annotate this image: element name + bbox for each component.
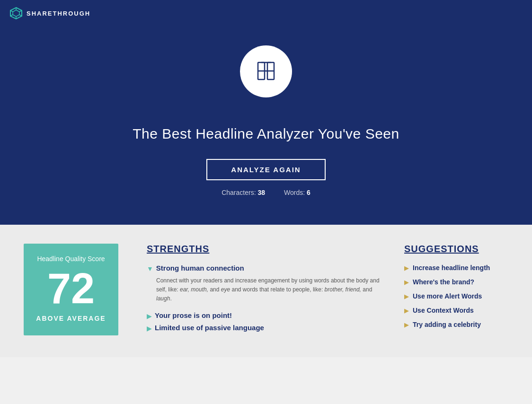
chevron-right-icon-2: ▶ xyxy=(147,325,152,332)
hero-icon-clean xyxy=(252,58,280,85)
main-strength-title: Strong human connection xyxy=(156,264,244,272)
suggestions-section: SUGGESTIONS ▶ Increase headline length ▶… xyxy=(404,244,508,338)
header: SHARETHROUGH xyxy=(0,0,532,26)
suggestion-arrow-icon-2: ▶ xyxy=(404,293,409,300)
suggestion-label-0: Increase headline length xyxy=(413,264,490,272)
chevron-down-icon: ▼ xyxy=(147,265,153,272)
suggestion-item-0[interactable]: ▶ Increase headline length xyxy=(404,264,508,272)
strength-prose-label: Your prose is on point! xyxy=(155,311,232,319)
hero-title: The Best Headline Analyzer You've Seen xyxy=(133,126,399,142)
suggestion-item-1[interactable]: ▶ Where's the brand? xyxy=(404,278,508,286)
suggestion-label-4: Try adding a celebrity xyxy=(413,321,481,328)
words-stat: Words: 6 xyxy=(284,189,310,196)
suggestion-arrow-icon-1: ▶ xyxy=(404,279,409,286)
hero-stats: Characters: 38 Words: 6 xyxy=(222,189,310,196)
score-label: Headline Quality Score xyxy=(33,255,109,263)
strengths-title: STRENGTHS xyxy=(147,244,385,255)
logo-container: SHARETHROUGH xyxy=(9,7,90,20)
hero-section: The Best Headline Analyzer You've Seen A… xyxy=(0,26,532,225)
svg-marker-1 xyxy=(13,10,19,17)
suggestion-item-2[interactable]: ▶ Use more Alert Words xyxy=(404,292,508,300)
score-rating: ABOVE AVERAGE xyxy=(33,315,109,322)
bottom-section: Headline Quality Score 72 ABOVE AVERAGE … xyxy=(0,225,532,357)
logo-text: SHARETHROUGH xyxy=(27,10,90,17)
analyze-again-button[interactable]: ANALYZE AGAIN xyxy=(206,159,325,180)
strength-item-passive: ▶ Limited use of passive language xyxy=(147,324,385,332)
characters-stat: Characters: 38 xyxy=(222,189,265,196)
strength-item-prose: ▶ Your prose is on point! xyxy=(147,311,385,320)
suggestion-arrow-icon-4: ▶ xyxy=(404,321,409,328)
suggestion-label-2: Use more Alert Words xyxy=(413,292,482,300)
hero-logo-circle xyxy=(240,45,292,97)
suggestion-item-3[interactable]: ▶ Use Context Words xyxy=(404,307,508,314)
suggestion-item-4[interactable]: ▶ Try adding a celebrity xyxy=(404,321,508,328)
sharethrough-logo-icon xyxy=(9,7,23,20)
suggestion-label-1: Where's the brand? xyxy=(413,278,474,286)
suggestion-arrow-icon-0: ▶ xyxy=(404,264,409,272)
strengths-section: STRENGTHS ▼ Strong human connection Conn… xyxy=(128,244,404,338)
strength-passive-label: Limited use of passive language xyxy=(155,324,264,332)
chevron-right-icon-1: ▶ xyxy=(147,312,152,320)
score-box: Headline Quality Score 72 ABOVE AVERAGE xyxy=(24,244,118,335)
main-strength-description: Connect with your readers and increase e… xyxy=(156,276,385,304)
suggestion-arrow-icon-3: ▶ xyxy=(404,307,409,314)
suggestion-label-3: Use Context Words xyxy=(413,307,474,314)
strength-main-item: ▼ Strong human connection xyxy=(147,264,385,272)
suggestions-title: SUGGESTIONS xyxy=(404,244,508,255)
score-section: Headline Quality Score 72 ABOVE AVERAGE xyxy=(24,244,128,338)
score-number: 72 xyxy=(33,267,109,310)
